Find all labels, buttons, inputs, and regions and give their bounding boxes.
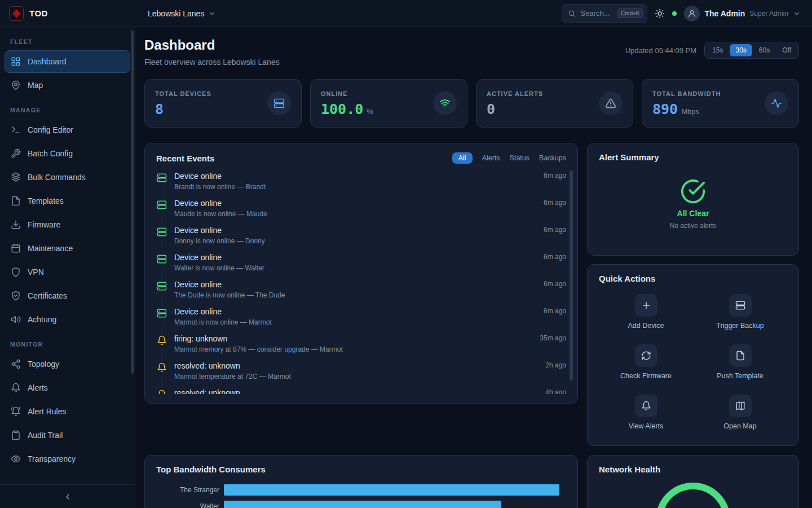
avatar: [684, 6, 700, 21]
events-tab-all[interactable]: All: [452, 152, 473, 164]
app-root: TOD Lebowski Lanes Search... Cmd+K The A…: [0, 0, 812, 508]
server-icon: [157, 200, 167, 210]
sidebar-item-label: Alert Rules: [28, 407, 66, 416]
refresh-option-15s[interactable]: 15s: [707, 44, 729, 56]
sidebar-item-alerts[interactable]: Alerts: [5, 376, 130, 399]
timeline-connector: [162, 348, 162, 361]
bandwidth-device-label: Walter: [156, 502, 219, 508]
sidebar-item-firmware[interactable]: Firmware: [5, 213, 130, 236]
network-health-card: Network Health: [587, 455, 799, 508]
stat-suffix: %: [367, 107, 373, 116]
event-time: 6m ago: [544, 199, 566, 226]
chevron-left-icon: [63, 492, 72, 501]
volume-icon: [11, 314, 21, 325]
sidebar-item-dashboard[interactable]: Dashboard: [5, 50, 130, 73]
bandwidth-row: The Stranger: [156, 484, 566, 496]
map-icon: [735, 401, 745, 411]
sidebar-item-label: Topology: [28, 360, 59, 369]
sidebar-item-audit-trail[interactable]: Audit Trail: [5, 424, 130, 446]
event-detail: The Dude is now online — The Dude: [174, 291, 537, 299]
refresh-interval-segmented-control: 15s30s60sOff: [704, 42, 799, 59]
sidebar-item-alert-rules[interactable]: Alert Rules: [5, 400, 130, 423]
event-row: Device onlineThe Dude is now online — Th…: [156, 280, 566, 307]
sidebar-item-certificates[interactable]: Certificates: [5, 284, 130, 307]
event-row: Device onlineBrandt is now online — Bran…: [156, 172, 566, 199]
sidebar-item-label: VPN: [28, 268, 44, 277]
sidebar-collapse-button[interactable]: [0, 484, 135, 508]
sidebar-item-map[interactable]: Map: [5, 74, 130, 97]
terminal-icon: [11, 125, 21, 135]
quick-action-check-firmware[interactable]: Check Firmware: [599, 344, 693, 380]
quick-action-label: Add Device: [628, 322, 664, 330]
right-column: Alert Summary All Clear No active alerts…: [587, 143, 799, 446]
refresh-option-off[interactable]: Off: [776, 44, 797, 56]
event-row: resolved: unknownMarmot temperature at 7…: [156, 361, 566, 388]
bell-icon: [641, 401, 651, 411]
event-detail: Marmot memory at 87% — consider upgrade …: [174, 345, 533, 353]
events-scrollbar[interactable]: [570, 170, 573, 380]
timeline-connector: [162, 239, 162, 253]
sidebar-item-bulk-commands[interactable]: Bulk Commands: [5, 166, 130, 189]
quick-action-add-device[interactable]: Add Device: [599, 294, 693, 330]
quick-actions-grid: Add DeviceTrigger BackupCheck FirmwarePu…: [599, 294, 787, 430]
server-icon: [157, 173, 167, 183]
page-header: Dashboard Fleet overview across Lebowski…: [144, 37, 799, 67]
layers-icon: [11, 172, 21, 182]
sidebar-scrollbar[interactable]: [131, 30, 134, 374]
sidebar-item-batch-config[interactable]: Batch Config: [5, 142, 130, 165]
event-detail: Walter is now online — Walter: [174, 264, 537, 272]
quick-action-label: Open Map: [723, 422, 756, 430]
sidebar-item-label: Achtung: [28, 315, 56, 324]
user-menu[interactable]: The Admin Super Admin: [684, 6, 801, 21]
stat-label: TOTAL BANDWIDTH: [652, 90, 721, 97]
quick-action-push-template[interactable]: Push Template: [693, 344, 787, 380]
clipboard-icon: [11, 430, 21, 440]
quick-action-open-map[interactable]: Open Map: [693, 395, 787, 430]
theme-toggle-button[interactable]: [655, 8, 665, 19]
alert-summary-title: Alert Summary: [599, 152, 787, 162]
check-circle-icon: [680, 178, 706, 204]
quick-action-label: View Alerts: [629, 422, 664, 430]
user-name: The Admin: [704, 9, 745, 18]
quick-action-trigger-backup[interactable]: Trigger Backup: [693, 294, 787, 330]
server-icon: [157, 308, 167, 318]
sidebar-item-label: Transparency: [28, 454, 76, 463]
event-detail: Marmot is now online — Marmot: [174, 318, 537, 326]
event-row: Device onlineMarmot is now online — Marm…: [156, 307, 566, 334]
server-icon: [735, 300, 745, 310]
sidebar-item-topology[interactable]: Topology: [5, 353, 130, 375]
quick-action-view-alerts[interactable]: View Alerts: [599, 395, 693, 430]
stat-icon-box: [267, 91, 291, 115]
sidebar-item-achtung[interactable]: Achtung: [5, 308, 130, 331]
connection-status-dot: [672, 11, 677, 16]
event-time: 6m ago: [544, 280, 566, 307]
event-detail: Brandt is now online — Brandt: [174, 183, 537, 191]
stat-card-total-devices: TOTAL DEVICES8: [144, 79, 302, 128]
sidebar-item-label: Certificates: [28, 291, 67, 300]
events-tab-backups[interactable]: Backups: [539, 154, 566, 162]
stat-label: ONLINE: [321, 90, 373, 97]
sidebar-item-vpn[interactable]: VPN: [5, 261, 130, 283]
refresh-option-60s[interactable]: 60s: [753, 44, 775, 56]
events-tab-alerts[interactable]: Alerts: [482, 154, 500, 162]
event-title: Device online: [174, 253, 537, 262]
network-health-gauge: [656, 483, 730, 508]
bandwidth-chart: The StrangerWalter: [156, 484, 566, 508]
event-title: firing: unknown: [174, 334, 533, 343]
sidebar-item-label: Alerts: [28, 383, 48, 392]
recent-events-title: Recent Events: [156, 154, 214, 163]
search-shortcut-badge: Cmd+K: [617, 8, 643, 18]
sidebar-item-config-editor[interactable]: Config Editor: [5, 119, 130, 141]
event-title: Device online: [174, 199, 537, 208]
sidebar-item-transparency[interactable]: Transparency: [5, 448, 130, 470]
sidebar-item-maintenance[interactable]: Maintenance: [5, 237, 130, 260]
sidebar-item-templates[interactable]: Templates: [5, 190, 130, 212]
network-health-title: Network Health: [599, 465, 660, 474]
sidebar-section-label: MONITOR: [5, 332, 130, 352]
stats-row: TOTAL DEVICES8ONLINE100.0%ACTIVE ALERTS0…: [144, 79, 799, 128]
events-tab-status[interactable]: Status: [510, 154, 529, 162]
fleet-selector[interactable]: Lebowski Lanes: [144, 8, 219, 19]
search-input[interactable]: Search... Cmd+K: [562, 4, 647, 23]
refresh-option-30s[interactable]: 30s: [730, 44, 752, 56]
timeline-connector: [162, 185, 162, 199]
